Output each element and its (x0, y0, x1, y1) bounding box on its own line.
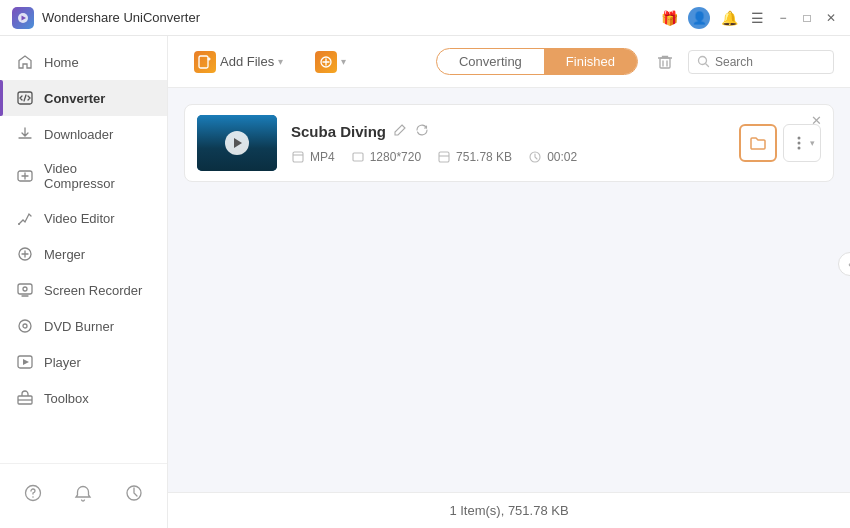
duration-icon (528, 150, 542, 164)
more-options-button[interactable]: ▾ (783, 124, 821, 162)
svg-point-14 (32, 496, 34, 498)
minimize-button[interactable]: − (776, 11, 790, 25)
gift-icon[interactable]: 🎁 (660, 9, 678, 27)
svg-point-4 (18, 223, 20, 225)
tab-converting[interactable]: Converting (437, 49, 544, 74)
sidebar-item-screen-recorder[interactable]: Screen Recorder (0, 272, 167, 308)
maximize-button[interactable]: □ (800, 11, 814, 25)
user-avatar-icon[interactable]: 👤 (688, 7, 710, 29)
add-files-button[interactable]: Add Files ▾ (184, 45, 293, 79)
sidebar-item-converter[interactable]: Converter (0, 80, 167, 116)
sidebar-item-downloader-label: Downloader (44, 127, 113, 142)
sidebar-item-player[interactable]: Player (0, 344, 167, 380)
svg-point-8 (19, 320, 31, 332)
toolbar: Add Files ▾ ▾ Converting Finished (168, 36, 850, 88)
bell-icon[interactable]: 🔔 (720, 9, 738, 27)
add-files-icon (194, 51, 216, 73)
sidebar: Home Converter Downloader Video Compress… (0, 36, 168, 528)
file-size: 751.78 KB (456, 150, 512, 164)
file-info: Scuba Diving MP4 (291, 123, 725, 164)
merger-icon (16, 245, 34, 263)
home-icon (16, 53, 34, 71)
search-input[interactable] (715, 55, 825, 69)
add-media-chevron-icon: ▾ (341, 56, 346, 67)
help-icon-button[interactable] (16, 476, 50, 510)
file-duration-item: 00:02 (528, 150, 577, 164)
sidebar-item-merger-label: Merger (44, 247, 85, 262)
sidebar-item-video-editor[interactable]: Video Editor (0, 200, 167, 236)
file-name: Scuba Diving (291, 123, 386, 140)
app-logo (12, 7, 34, 29)
toolbox-icon (16, 389, 34, 407)
svg-point-23 (797, 142, 800, 145)
tab-group: Converting Finished (436, 48, 638, 75)
sidebar-item-home[interactable]: Home (0, 44, 167, 80)
svg-rect-15 (199, 56, 208, 68)
file-format-item: MP4 (291, 150, 335, 164)
svg-rect-19 (293, 152, 303, 162)
svg-rect-21 (439, 152, 449, 162)
app-title: Wondershare UniConverter (42, 10, 660, 25)
svg-point-24 (797, 137, 800, 140)
search-icon (697, 55, 710, 68)
sidebar-item-home-label: Home (44, 55, 79, 70)
file-area: Scuba Diving MP4 (168, 88, 850, 492)
add-media-icon (315, 51, 337, 73)
screen-recorder-icon (16, 281, 34, 299)
svg-rect-20 (353, 153, 363, 161)
play-button[interactable] (225, 131, 249, 155)
format-icon (291, 150, 305, 164)
notification-icon-button[interactable] (66, 476, 100, 510)
dvd-burner-icon (16, 317, 34, 335)
resolution-icon (351, 150, 365, 164)
file-thumbnail[interactable] (197, 115, 277, 171)
sidebar-bottom (0, 463, 167, 520)
file-actions: ▾ (739, 124, 821, 162)
file-card: Scuba Diving MP4 (184, 104, 834, 182)
svg-point-7 (23, 287, 27, 291)
sidebar-item-merger[interactable]: Merger (0, 236, 167, 272)
status-text: 1 Item(s), 751.78 KB (449, 503, 568, 518)
sidebar-item-player-label: Player (44, 355, 81, 370)
sidebar-item-toolbox[interactable]: Toolbox (0, 380, 167, 416)
sidebar-bottom-row (0, 472, 167, 514)
titlebar: Wondershare UniConverter 🎁 👤 🔔 ☰ − □ ✕ (0, 0, 850, 36)
status-bar: 1 Item(s), 751.78 KB (168, 492, 850, 528)
file-name-row: Scuba Diving (291, 123, 725, 140)
svg-marker-11 (23, 359, 29, 365)
file-resolution-item: 1280*720 (351, 150, 421, 164)
add-media-button[interactable]: ▾ (305, 45, 356, 79)
svg-rect-6 (18, 284, 32, 294)
file-size-item: 751.78 KB (437, 150, 512, 164)
sidebar-item-dvd-burner[interactable]: DVD Burner (0, 308, 167, 344)
sidebar-item-video-editor-label: Video Editor (44, 211, 115, 226)
converter-icon (16, 89, 34, 107)
close-button[interactable]: ✕ (824, 11, 838, 25)
search-box (688, 50, 834, 74)
file-meta: MP4 1280*720 751.78 KB (291, 150, 725, 164)
sidebar-item-downloader[interactable]: Downloader (0, 116, 167, 152)
feedback-icon-button[interactable] (117, 476, 151, 510)
toolbar-actions (650, 47, 834, 77)
add-files-chevron-icon: ▾ (278, 56, 283, 67)
sidebar-item-toolbox-label: Toolbox (44, 391, 89, 406)
close-file-button[interactable]: ✕ (807, 111, 825, 129)
delete-icon-button[interactable] (650, 47, 680, 77)
sidebar-item-screen-recorder-label: Screen Recorder (44, 283, 142, 298)
downloader-icon (16, 125, 34, 143)
svg-point-9 (23, 324, 27, 328)
open-folder-button[interactable] (739, 124, 777, 162)
sidebar-item-converter-label: Converter (44, 91, 105, 106)
edit-filename-icon[interactable] (394, 123, 407, 139)
sidebar-item-dvd-burner-label: DVD Burner (44, 319, 114, 334)
sidebar-item-video-compressor-label: Video Compressor (44, 161, 151, 191)
size-icon (437, 150, 451, 164)
tab-finished[interactable]: Finished (544, 49, 637, 74)
sidebar-item-video-compressor[interactable]: Video Compressor (0, 152, 167, 200)
video-compressor-icon (16, 167, 34, 185)
svg-rect-17 (660, 58, 670, 68)
file-format: MP4 (310, 150, 335, 164)
menu-icon[interactable]: ☰ (748, 9, 766, 27)
player-icon (16, 353, 34, 371)
refresh-icon[interactable] (415, 123, 429, 140)
